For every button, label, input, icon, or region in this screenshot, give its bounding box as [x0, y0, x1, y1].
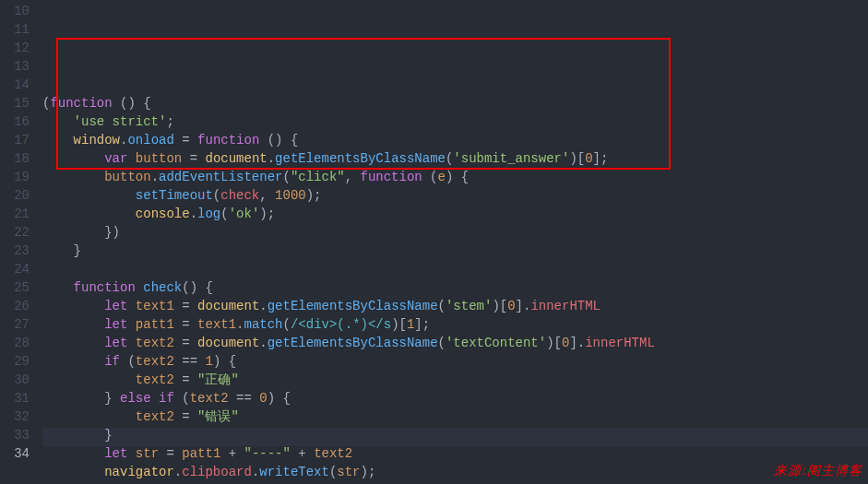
line-number: 34	[0, 444, 30, 463]
line-number: 14	[0, 76, 30, 94]
line-number: 27	[0, 315, 30, 334]
code-line: } else if (text2 == 0) {	[42, 389, 868, 407]
line-number: 19	[0, 168, 30, 186]
code-line: text2 = "正确"	[42, 371, 868, 389]
code-line: console.log('ok');	[42, 205, 868, 223]
code-editor[interactable]: 1011121314151617181920212223242526272829…	[0, 0, 868, 484]
line-number: 32	[0, 407, 30, 426]
code-line: if (text2 == 1) {	[42, 352, 868, 371]
code-line: setTimeout(check, 1000);	[42, 186, 868, 205]
line-number: 10	[0, 2, 30, 20]
line-number: 17	[0, 131, 30, 149]
line-number: 21	[0, 205, 30, 223]
code-lines: (function () { 'use strict'; window.onlo…	[42, 76, 868, 484]
code-line: navigator.clipboard.writeText(str);	[42, 463, 868, 481]
code-line: text2 = "错误"	[42, 407, 868, 426]
line-number: 22	[0, 223, 30, 242]
code-line: let patt1 = text1.match(/<div>(.*)</s)[1…	[42, 315, 868, 334]
code-line: let text2 = document.getElementsByClassN…	[42, 334, 868, 352]
watermark: 来源:阁主博客	[774, 462, 862, 480]
line-number: 15	[0, 94, 30, 112]
code-line: let str = patt1 + "----" + text2	[42, 444, 868, 463]
line-number: 18	[0, 149, 30, 168]
line-number: 11	[0, 20, 30, 39]
line-number: 13	[0, 57, 30, 76]
code-line: (function () {	[42, 94, 868, 112]
code-area[interactable]: (function () { 'use strict'; window.onlo…	[42, 2, 868, 484]
line-number: 25	[0, 278, 30, 297]
code-line: var button = document.getElementsByClass…	[42, 149, 868, 168]
line-number: 33	[0, 426, 30, 444]
code-line: })	[42, 223, 868, 242]
line-number: 28	[0, 334, 30, 352]
code-line: function check() {	[42, 278, 868, 297]
line-number: 24	[0, 260, 30, 278]
code-line	[42, 260, 868, 278]
line-number: 16	[0, 112, 30, 131]
line-number: 26	[0, 297, 30, 315]
code-line: button.addEventListener("click", functio…	[42, 168, 868, 186]
code-line	[42, 76, 868, 94]
code-line: }	[42, 426, 868, 444]
line-number: 29	[0, 352, 30, 371]
code-line: let text1 = document.getElementsByClassN…	[42, 297, 868, 315]
line-number: 31	[0, 389, 30, 407]
line-number: 20	[0, 186, 30, 205]
line-number: 30	[0, 371, 30, 389]
code-line: }	[42, 242, 868, 260]
line-number: 12	[0, 39, 30, 57]
line-number: 23	[0, 242, 30, 260]
code-line: 'use strict';	[42, 112, 868, 131]
code-line: window.onload = function () {	[42, 131, 868, 149]
line-number-gutter: 1011121314151617181920212223242526272829…	[0, 2, 42, 484]
